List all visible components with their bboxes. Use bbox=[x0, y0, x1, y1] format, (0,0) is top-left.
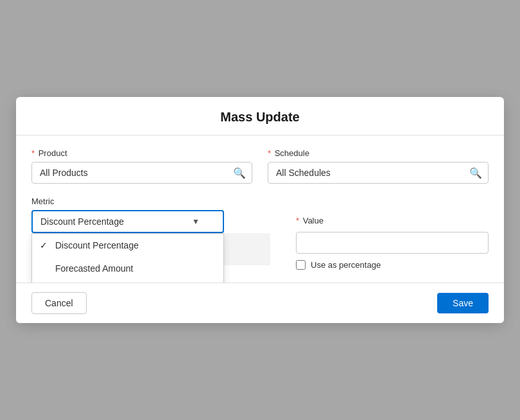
schedule-input-wrapper: 🔍 bbox=[268, 162, 489, 184]
product-input[interactable] bbox=[31, 162, 252, 184]
value-label: * Value bbox=[296, 216, 489, 225]
metric-section: Metric Discount Percentage ▼ Discount Pe… bbox=[31, 197, 270, 233]
right-spacer bbox=[296, 197, 489, 216]
product-group: * Product 🔍 bbox=[31, 148, 252, 184]
dropdown-item[interactable]: Forecasted Quantity bbox=[32, 280, 223, 283]
product-required-star: * bbox=[31, 148, 35, 158]
use-as-percentage-row: Use as percentage bbox=[296, 260, 489, 270]
dropdown-item[interactable]: Forecasted Amount bbox=[32, 257, 223, 280]
schedule-required-star: * bbox=[268, 148, 271, 158]
modal-body: * Product 🔍 * Schedule 🔍 bbox=[16, 136, 504, 283]
use-as-percentage-checkbox[interactable] bbox=[296, 260, 306, 270]
main-layout: Metric Discount Percentage ▼ Discount Pe… bbox=[31, 197, 489, 270]
top-form-row: * Product 🔍 * Schedule 🔍 bbox=[31, 148, 489, 184]
modal-header: Mass Update bbox=[16, 97, 504, 136]
value-section: * Value Use as percentage bbox=[296, 216, 489, 270]
modal-footer: Cancel Save bbox=[16, 283, 504, 323]
modal-dialog: Mass Update * Product 🔍 bbox=[16, 97, 504, 323]
value-required-star: * bbox=[296, 216, 299, 225]
save-button[interactable]: Save bbox=[437, 293, 489, 313]
modal-title: Mass Update bbox=[31, 110, 489, 125]
right-column: * Value Use as percentage bbox=[283, 197, 489, 270]
metric-select-display[interactable]: Discount Percentage ▼ bbox=[31, 210, 224, 233]
left-column: Metric Discount Percentage ▼ Discount Pe… bbox=[31, 197, 283, 270]
metric-selected-value: Discount Percentage bbox=[40, 216, 124, 227]
chevron-down-icon: ▼ bbox=[192, 217, 200, 226]
metric-dropdown-menu: Discount PercentageForecasted AmountFore… bbox=[31, 233, 224, 283]
schedule-input[interactable] bbox=[268, 162, 489, 184]
product-label: * Product bbox=[31, 148, 252, 158]
product-input-wrapper: 🔍 bbox=[31, 162, 252, 184]
modal-overlay: Mass Update * Product 🔍 bbox=[0, 0, 520, 420]
cancel-button[interactable]: Cancel bbox=[31, 292, 87, 314]
dropdown-item[interactable]: Discount Percentage bbox=[32, 234, 223, 257]
metric-label: Metric bbox=[31, 197, 270, 206]
value-input[interactable] bbox=[296, 232, 489, 254]
metric-select-wrapper: Discount Percentage ▼ Discount Percentag… bbox=[31, 210, 224, 233]
schedule-group: * Schedule 🔍 bbox=[268, 148, 489, 184]
use-as-percentage-label: Use as percentage bbox=[311, 260, 381, 270]
schedule-label: * Schedule bbox=[268, 148, 489, 158]
